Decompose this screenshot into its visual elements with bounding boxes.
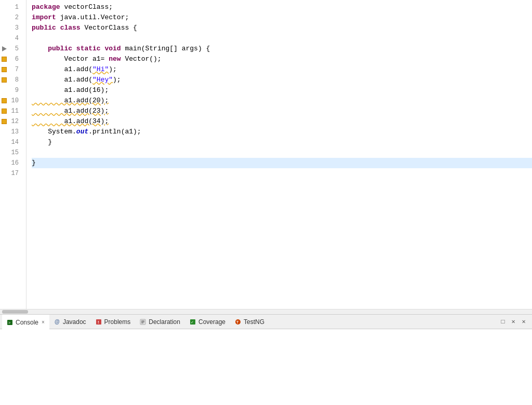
close-panel-button[interactable]: ✕	[520, 318, 528, 326]
code-line-5: public static void main(String[] args) {	[32, 44, 532, 54]
line-number-16: 16	[0, 158, 22, 168]
code-line-6: Vector a1= new Vector();	[32, 54, 532, 64]
line-number-10: 10	[0, 96, 22, 106]
code-line-10: a1.add(20);	[32, 96, 532, 106]
tab-problems[interactable]: !Problems	[91, 315, 136, 329]
line-number-12: 12	[0, 116, 22, 127]
testng-icon: T	[234, 318, 242, 326]
tab-console[interactable]: >Console×	[2, 315, 49, 329]
code-line-7: a1.add("Hi");	[32, 64, 532, 75]
line-numbers: 1234567891011121314151617	[0, 0, 26, 309]
minimize-button[interactable]: □	[499, 318, 507, 326]
svg-text:!: !	[98, 320, 99, 325]
code-line-12: a1.add(34);	[32, 116, 532, 127]
line-number-7: 7	[0, 64, 22, 75]
editor-area: 1234567891011121314151617 package vector…	[0, 0, 532, 314]
problems-icon: !	[95, 318, 102, 326]
tab-declaration[interactable]: Declaration	[135, 315, 185, 329]
bottom-panel: >Console×@Javadoc!ProblemsDeclaration✓Co…	[0, 314, 532, 405]
code-line-4	[32, 33, 532, 44]
run-arrow-icon	[2, 46, 7, 51]
line-number-4: 4	[0, 33, 22, 44]
breakpoint-icon	[2, 109, 7, 114]
code-line-9: a1.add(16);	[32, 85, 532, 96]
tabs-right-controls: □ ✕ ✕	[499, 318, 530, 326]
line-number-9: 9	[0, 85, 22, 96]
code-line-11: a1.add(23);	[32, 106, 532, 116]
line-number-8: 8	[0, 75, 22, 85]
coverage-icon: ✓	[189, 318, 196, 326]
console-content	[0, 329, 532, 405]
tab-close-console[interactable]: ×	[42, 319, 45, 325]
line-number-2: 2	[0, 12, 22, 23]
code-line-14: }	[32, 137, 532, 147]
line-number-14: 14	[0, 137, 22, 147]
maximize-button[interactable]: ✕	[509, 318, 517, 326]
tabs-bar: >Console×@Javadoc!ProblemsDeclaration✓Co…	[0, 315, 532, 329]
line-number-1: 1	[0, 2, 22, 12]
line-number-15: 15	[0, 147, 22, 158]
tab-label-javadoc: Javadoc	[63, 318, 86, 326]
horizontal-scrollbar[interactable]	[0, 309, 532, 314]
breakpoint-icon	[2, 67, 7, 72]
breakpoint-icon	[2, 119, 7, 124]
scrollbar-thumb[interactable]	[2, 310, 28, 314]
svg-text:✓: ✓	[191, 320, 194, 324]
code-line-1: package vectorClass;	[32, 2, 532, 12]
line-number-13: 13	[0, 127, 22, 137]
code-line-13: System.out.println(a1);	[32, 127, 532, 137]
console-icon: >	[6, 319, 14, 326]
tab-testng[interactable]: TTestNG	[230, 315, 269, 329]
tab-coverage[interactable]: ✓Coverage	[185, 315, 230, 329]
code-line-15	[32, 147, 532, 158]
code-line-17	[32, 168, 532, 179]
javadoc-icon: @	[54, 318, 61, 326]
tab-label-problems: Problems	[104, 318, 131, 326]
line-number-5: 5	[0, 44, 22, 54]
line-number-11: 11	[0, 106, 22, 116]
breakpoint-icon	[2, 57, 7, 62]
code-line-2: import java.util.Vector;	[32, 12, 532, 23]
svg-text:>: >	[8, 321, 10, 325]
tab-label-coverage: Coverage	[198, 318, 225, 326]
tab-label-console: Console	[16, 319, 38, 326]
code-lines[interactable]: package vectorClass;import java.util.Vec…	[26, 0, 532, 309]
declaration-icon	[139, 318, 147, 326]
code-line-8: a1.add("Hey");	[32, 75, 532, 85]
line-number-3: 3	[0, 23, 22, 33]
tab-label-testng: TestNG	[244, 318, 264, 326]
line-number-6: 6	[0, 54, 22, 64]
breakpoint-icon	[2, 77, 7, 83]
code-line-16: }	[32, 158, 532, 168]
tab-javadoc[interactable]: @Javadoc	[49, 315, 91, 329]
code-line-3: public class VectorClass {	[32, 23, 532, 33]
breakpoint-icon	[2, 98, 7, 103]
code-container: 1234567891011121314151617 package vector…	[0, 0, 532, 309]
line-number-17: 17	[0, 168, 22, 179]
svg-text:T: T	[236, 320, 239, 324]
tab-label-declaration: Declaration	[149, 318, 180, 326]
